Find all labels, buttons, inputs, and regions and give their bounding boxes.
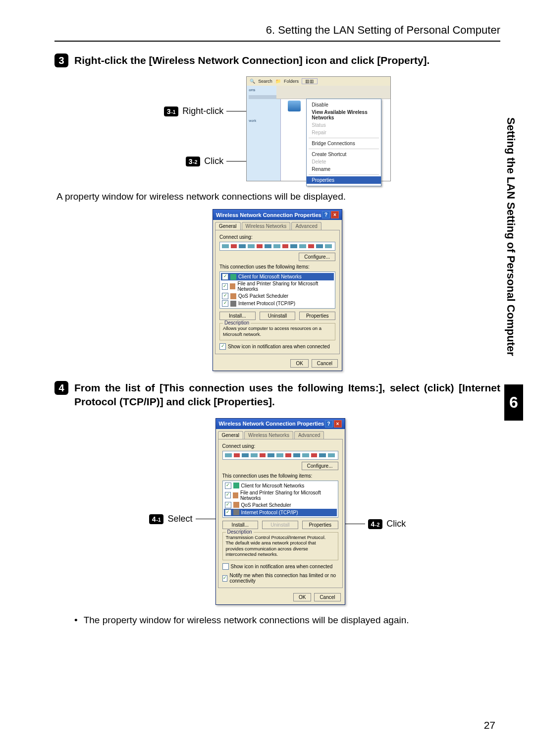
dlg1-ok-button[interactable]: OK xyxy=(290,359,308,368)
tab-wireless[interactable]: Wireless Networks xyxy=(242,222,291,230)
side-tab: Setting the LAN Setting of Personal Comp… xyxy=(504,89,523,568)
item-fileprint[interactable]: ✓File and Printer Sharing for Microsoft … xyxy=(221,280,334,292)
explorer-toolbar: 🔍Search 📁Folders ▥▥ xyxy=(247,77,390,86)
badge-3-1: 3-1 xyxy=(164,107,179,116)
dlg1-connect-using-label: Connect using: xyxy=(219,234,335,240)
context-menu: Disable View Available Wireless Networks… xyxy=(306,99,381,186)
dlg2-description-text: Transmission Control Protocol/Internet P… xyxy=(226,535,335,557)
wireless-connection-icon[interactable] xyxy=(284,101,304,112)
callout-3-1-label: Right-click xyxy=(182,106,223,116)
figure-3: 4-1 Select Wireless Network Connection P… xyxy=(54,418,500,605)
dlg1-description-group: Description Allows your computer to acce… xyxy=(219,323,335,340)
step-3: 3 Right-click the [Wireless Network Conn… xyxy=(54,54,500,67)
badge-4-1: 4-1 xyxy=(149,514,164,524)
ctx-view-networks[interactable]: View Available Wireless Networks xyxy=(307,108,381,121)
ctx-properties[interactable]: Properties xyxy=(307,176,381,184)
dlg1-configure-button[interactable]: Configure... xyxy=(299,253,335,261)
dlg2-item-tcpip[interactable]: ✓Internet Protocol (TCP/IP) xyxy=(224,509,337,516)
note-after-step3: A property window for wireless network c… xyxy=(56,191,500,202)
step-3-badge: 3 xyxy=(54,54,68,67)
dlg2-tab-wireless[interactable]: Wireless Networks xyxy=(244,431,293,439)
dlg1-install-button[interactable]: Install... xyxy=(219,312,256,320)
callout-3-2: 3-2 Click xyxy=(186,156,247,166)
explorer-main-strip xyxy=(276,86,390,99)
badge-3-2: 3-2 xyxy=(186,157,201,166)
help-button[interactable]: ? xyxy=(322,211,330,218)
dlg2-adapter-field xyxy=(222,451,338,460)
side-tab-label: Setting the LAN Setting of Personal Comp… xyxy=(504,89,517,380)
properties-dialog-1: Wireless Network Connection Properties ?… xyxy=(213,209,342,371)
dlg2-install-button[interactable]: Install... xyxy=(222,521,259,529)
step-4-text: From the list of [This connection uses t… xyxy=(74,381,500,409)
callout-3-2-label: Click xyxy=(204,156,223,166)
item-client[interactable]: ✓Client for Microsoft Networks xyxy=(221,273,334,280)
dlg1-properties-button[interactable]: Properties xyxy=(299,312,335,320)
item-qos[interactable]: ✓QoS Packet Scheduler xyxy=(221,292,334,300)
page-header-title: 6. Setting the LAN Setting of Personal C… xyxy=(54,24,500,37)
bullet-after-step4: • The property window for wireless netwo… xyxy=(74,615,500,626)
dlg2-items-label: This connection uses the following items… xyxy=(222,473,338,479)
dlg2-tab-advanced[interactable]: Advanced xyxy=(294,431,324,439)
step-4: 4 From the list of [This connection uses… xyxy=(54,381,500,409)
callout-4-1: 4-1 Select xyxy=(149,514,215,524)
dlg2-notify-check[interactable]: ✓Notify me when this connection has limi… xyxy=(222,573,338,584)
dlg1-description-text: Allows your computer to access resources… xyxy=(223,325,332,337)
figure-2: Wireless Network Connection Properties ?… xyxy=(54,209,500,371)
properties-dialog-2: Wireless Network Connection Properties ?… xyxy=(215,418,345,605)
ctx-shortcut[interactable]: Create Shortcut xyxy=(307,151,381,158)
dlg1-uninstall-button[interactable]: Uninstall xyxy=(260,312,296,320)
dlg1-adapter-field xyxy=(219,242,335,251)
callout-4-2: 4-2 Click xyxy=(345,519,406,529)
dlg1-titlebar: Wireless Network Connection Properties ?… xyxy=(213,210,342,220)
dlg2-tabs: General Wireless Networks Advanced xyxy=(216,429,345,439)
tab-general[interactable]: General xyxy=(215,222,241,230)
dlg2-description-group: Description Transmission Control Protoco… xyxy=(222,532,338,561)
figure-1: 3-1 Right-click 3-2 Click 🔍Search 📁Folde… xyxy=(54,76,500,181)
dlg2-properties-button[interactable]: Properties xyxy=(302,521,338,529)
dlg2-items-list: ✓Client for Microsoft Networks ✓File and… xyxy=(222,481,338,518)
callout-3-1: 3-1 Right-click xyxy=(164,106,247,116)
ctx-bridge[interactable]: Bridge Connections xyxy=(307,140,381,147)
step-4-badge: 4 xyxy=(54,381,68,395)
dlg2-ok-button[interactable]: OK xyxy=(293,593,311,601)
ctx-repair[interactable]: Repair xyxy=(307,129,381,136)
item-tcpip[interactable]: ✓Internet Protocol (TCP/IP) xyxy=(221,300,334,307)
dlg2-item-client[interactable]: ✓Client for Microsoft Networks xyxy=(224,482,337,489)
ctx-rename[interactable]: Rename xyxy=(307,165,381,173)
dlg2-tab-general[interactable]: General xyxy=(218,431,244,439)
callout-4-1-label: Select xyxy=(167,514,192,524)
badge-4-2: 4-2 xyxy=(368,519,383,529)
side-tab-chapter: 6 xyxy=(504,384,523,421)
dlg1-showicon-check[interactable]: ✓Show icon in notification area when con… xyxy=(219,343,335,350)
dlg2-cancel-button[interactable]: Cancel xyxy=(314,593,340,601)
dlg2-help-button[interactable]: ? xyxy=(325,420,333,428)
dlg1-cancel-button[interactable]: Cancel xyxy=(312,359,338,368)
step-3-text: Right-click the [Wireless Network Connec… xyxy=(74,54,429,67)
dlg2-item-fileprint[interactable]: ✓File and Printer Sharing for Microsoft … xyxy=(224,489,337,501)
dlg2-title: Wireless Network Connection Properties xyxy=(219,421,324,427)
dlg2-configure-button[interactable]: Configure... xyxy=(302,462,338,470)
page-number: 27 xyxy=(484,719,495,731)
dlg1-title: Wireless Network Connection Properties xyxy=(216,212,321,218)
dlg2-titlebar: Wireless Network Connection Properties ?… xyxy=(216,419,345,429)
dlg2-connect-using-label: Connect using: xyxy=(222,443,338,449)
dlg1-items-label: This connection uses the following items… xyxy=(219,264,335,270)
dlg1-items-list: ✓Client for Microsoft Networks ✓File and… xyxy=(219,271,335,309)
screenshot-explorer: 🔍Search 📁Folders ▥▥ ons work Disable Vie… xyxy=(246,76,391,181)
ctx-status[interactable]: Status xyxy=(307,121,381,129)
dlg2-showicon-check[interactable]: Show icon in notification area when conn… xyxy=(222,563,338,570)
dlg2-close-button[interactable]: × xyxy=(334,420,342,428)
dlg1-tabs: General Wireless Networks Advanced xyxy=(213,220,342,230)
dlg2-item-qos[interactable]: ✓QoS Packet Scheduler xyxy=(224,501,337,509)
dlg2-uninstall-button: Uninstall xyxy=(262,521,298,529)
ctx-disable[interactable]: Disable xyxy=(307,101,381,108)
ctx-delete[interactable]: Delete xyxy=(307,158,381,165)
explorer-sidepane: ons work xyxy=(247,86,281,181)
close-button[interactable]: × xyxy=(331,211,339,218)
header-rule xyxy=(54,41,500,42)
callout-4-2-label: Click xyxy=(386,519,406,529)
tab-advanced[interactable]: Advanced xyxy=(291,222,321,230)
